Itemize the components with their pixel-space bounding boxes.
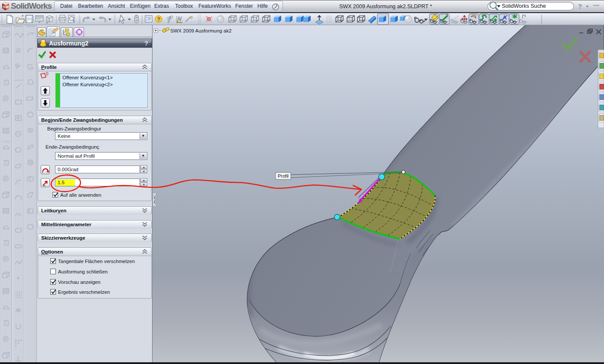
svg-text:Profil: Profil bbox=[278, 173, 289, 179]
svg-text:0: 0 bbox=[46, 72, 49, 76]
svg-text:3D: 3D bbox=[15, 47, 19, 50]
svg-text:SWX 2009 Ausformung ak2: SWX 2009 Ausformung ak2 bbox=[170, 28, 231, 33]
svg-text:SW: SW bbox=[3, 5, 9, 9]
